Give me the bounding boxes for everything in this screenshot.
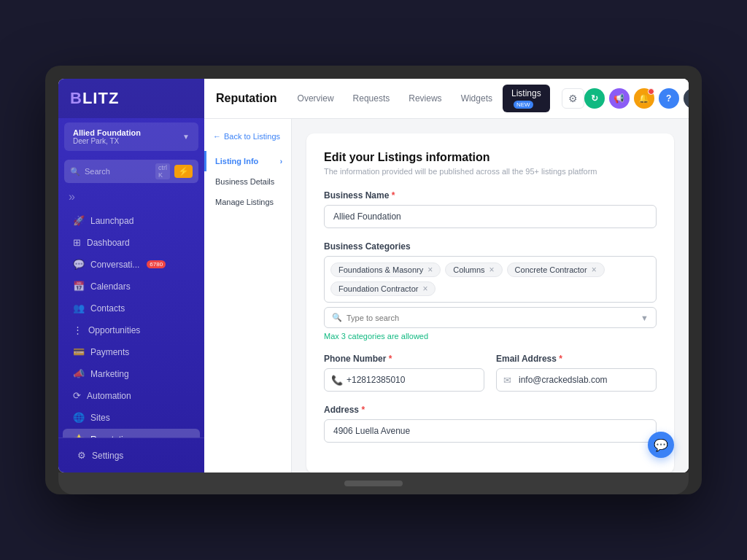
conversations-icon: 💬 xyxy=(73,259,85,270)
sidebar-item-label: Settings xyxy=(92,451,123,461)
business-name-input[interactable] xyxy=(324,205,657,228)
sub-nav-manage-listings[interactable]: Manage Listings xyxy=(204,192,291,212)
avatar-notification-button[interactable]: 🔔 xyxy=(634,88,654,109)
chat-fab-button[interactable]: 💬 xyxy=(648,432,674,458)
sidebar-item-reputation[interactable]: ⭐ Reputation xyxy=(63,429,200,438)
phone-input[interactable] xyxy=(324,368,484,392)
sidebar-item-label: Launchpad xyxy=(90,216,133,226)
tab-reviews[interactable]: Reviews xyxy=(400,90,450,107)
sidebar: BLITZ Allied Foundation Deer Park, TX ▼ … xyxy=(58,79,204,472)
avatar-user-button[interactable]: U xyxy=(684,88,689,109)
avatar-help-button[interactable]: ? xyxy=(659,88,679,109)
dropdown-chevron-icon: ▼ xyxy=(640,314,649,322)
categories-label: Business Categories xyxy=(324,241,657,252)
address-input[interactable] xyxy=(324,419,657,443)
categories-search-input[interactable] xyxy=(347,314,636,322)
sub-sidebar: ← Back to Listings Listing Info › Busine… xyxy=(204,119,292,472)
sidebar-item-label: Payments xyxy=(90,347,129,357)
phone-email-row: Phone Number * 📞 xyxy=(324,354,657,405)
reputation-icon: ⭐ xyxy=(73,434,85,438)
business-categories-group: Business Categories Foundations & Masonr… xyxy=(324,241,657,341)
sidebar-collapse[interactable]: » xyxy=(58,187,204,206)
email-icon: ✉ xyxy=(503,375,511,386)
categories-search-dropdown[interactable]: 🔍 ▼ xyxy=(324,307,657,328)
settings-icon: ⚙ xyxy=(77,450,86,461)
back-to-listings-link[interactable]: ← Back to Listings xyxy=(204,128,291,145)
lightning-button[interactable]: ⚡ xyxy=(174,165,193,178)
tag-foundations-masonry: Foundations & Masonry × xyxy=(330,262,441,277)
sidebar-item-conversations[interactable]: 💬 Conversati... 6780 xyxy=(63,254,200,275)
sidebar-account[interactable]: Allied Foundation Deer Park, TX ▼ xyxy=(64,122,198,151)
sidebar-item-contacts[interactable]: 👥 Contacts xyxy=(63,298,200,319)
business-name-label: Business Name * xyxy=(324,190,657,201)
tab-overview[interactable]: Overview xyxy=(289,90,343,107)
top-nav: Overview Requests Reviews Widgets Listin… xyxy=(289,85,550,112)
conversations-badge: 6780 xyxy=(147,260,166,268)
sidebar-item-launchpad[interactable]: 🚀 Launchpad xyxy=(63,210,200,231)
opportunities-icon: ⋮ xyxy=(73,324,82,335)
tag-columns: Columns × xyxy=(445,262,502,277)
search-shortcut: ctrl K xyxy=(155,163,170,179)
email-input[interactable] xyxy=(496,368,657,392)
sidebar-item-payments[interactable]: 💳 Payments xyxy=(63,341,200,362)
marketing-icon: 📣 xyxy=(73,368,85,379)
automation-icon: ⟳ xyxy=(73,390,81,401)
sidebar-item-dashboard[interactable]: ⊞ Dashboard xyxy=(63,232,200,253)
form-card: Edit your Listings information The infor… xyxy=(306,133,674,472)
contacts-icon: 👥 xyxy=(73,303,85,314)
sub-nav-listing-info[interactable]: Listing Info › xyxy=(204,151,291,171)
top-bar: Reputation Overview Requests Reviews Wid… xyxy=(204,79,689,119)
search-dropdown-icon: 🔍 xyxy=(332,313,342,322)
payments-icon: 💳 xyxy=(73,346,85,357)
required-marker: * xyxy=(392,190,395,201)
sidebar-item-label: Dashboard xyxy=(87,238,130,248)
page-title: Reputation xyxy=(216,92,277,105)
tag-remove-foundations[interactable]: × xyxy=(427,265,433,274)
sidebar-nav: 🚀 Launchpad ⊞ Dashboard 💬 Conversati... … xyxy=(58,206,204,438)
search-icon: 🔍 xyxy=(70,167,80,176)
avatar-broadcast-button[interactable]: 📢 xyxy=(609,88,630,109)
max-categories-warning: Max 3 categories are allowed xyxy=(324,332,657,341)
business-name-group: Business Name * xyxy=(324,190,657,228)
email-label: Email Address * xyxy=(496,354,657,364)
tag-remove-concrete[interactable]: × xyxy=(592,265,597,274)
account-name: Allied Foundation xyxy=(73,128,141,137)
listings-badge: NEW xyxy=(514,101,533,109)
address-group: Address * xyxy=(324,405,657,443)
phone-icon: 📞 xyxy=(331,375,343,386)
tab-widgets[interactable]: Widgets xyxy=(452,90,501,107)
categories-tags-container: Foundations & Masonry × Columns × xyxy=(324,256,657,303)
chevron-right-icon: › xyxy=(280,158,282,166)
sidebar-item-label: Automation xyxy=(87,391,131,401)
avatar-refresh-button[interactable]: ↻ xyxy=(584,88,605,109)
tab-requests[interactable]: Requests xyxy=(344,90,399,107)
form-area: Edit your Listings information The infor… xyxy=(292,119,689,472)
tag-remove-columns[interactable]: × xyxy=(489,265,495,274)
sidebar-item-label: Marketing xyxy=(90,369,129,379)
search-input[interactable] xyxy=(85,167,151,176)
logo-text: BLITZ xyxy=(70,89,119,108)
sidebar-item-calendars[interactable]: 📅 Calendars xyxy=(63,276,200,297)
phone-group: Phone Number * 📞 xyxy=(324,354,484,392)
sidebar-item-opportunities[interactable]: ⋮ Opportunities xyxy=(63,319,200,341)
main-area: Reputation Overview Requests Reviews Wid… xyxy=(204,79,689,472)
sidebar-bottom: ⚙ Settings xyxy=(58,438,204,472)
sidebar-item-sites[interactable]: 🌐 Sites xyxy=(63,407,200,428)
dashboard-icon: ⊞ xyxy=(73,237,81,248)
sidebar-item-automation[interactable]: ⟳ Automation xyxy=(63,385,200,406)
laptop-notch xyxy=(344,481,403,486)
settings-gear-button[interactable]: ⚙ xyxy=(562,88,584,109)
sub-nav-business-details[interactable]: Business Details xyxy=(204,171,291,192)
sidebar-item-marketing[interactable]: 📣 Marketing xyxy=(63,363,200,384)
account-chevron-icon: ▼ xyxy=(182,133,190,141)
phone-input-wrapper: 📞 xyxy=(324,368,484,392)
top-bar-right: ↻ 📢 🔔 ? U xyxy=(584,88,689,109)
form-area-wrapper: Edit your Listings information The infor… xyxy=(292,119,689,472)
tab-listings[interactable]: Listings NEW xyxy=(503,85,550,112)
sidebar-search-bar[interactable]: 🔍 ctrl K ⚡ xyxy=(64,160,198,183)
calendars-icon: 📅 xyxy=(73,281,85,292)
sidebar-item-settings[interactable]: ⚙ Settings xyxy=(67,445,196,466)
tag-remove-foundation-contractor[interactable]: × xyxy=(422,284,427,293)
sidebar-item-label: Calendars xyxy=(90,281,131,292)
tag-concrete-contractor: Concrete Contractor × xyxy=(507,262,605,277)
